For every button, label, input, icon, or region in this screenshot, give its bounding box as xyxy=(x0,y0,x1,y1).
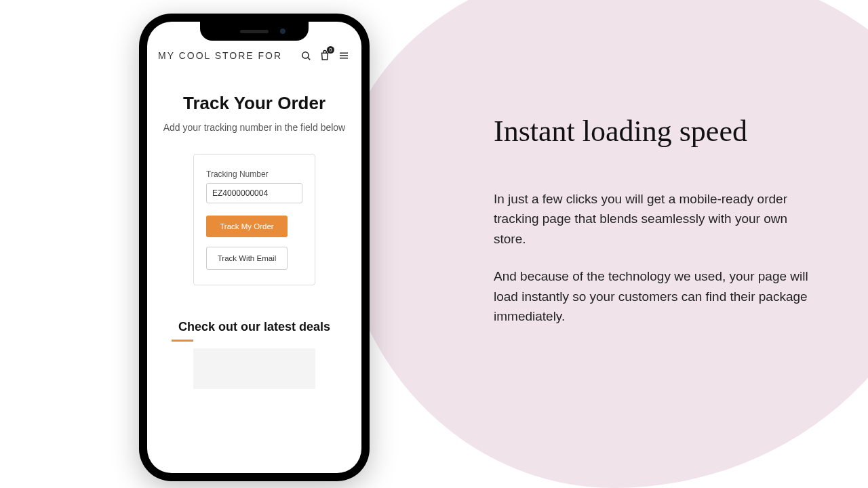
tracking-number-input[interactable] xyxy=(206,183,302,203)
svg-line-1 xyxy=(307,57,309,59)
store-name: MY COOL STORE FOR xyxy=(158,50,294,61)
cart-badge: 0 xyxy=(327,46,334,54)
track-title: Track Your Order xyxy=(161,94,348,114)
track-subtitle: Add your tracking number in the field be… xyxy=(161,121,348,135)
body-paragraph-1: In just a few clicks you will get a mobi… xyxy=(494,189,812,249)
marketing-copy: Instant loading speed In just a few clic… xyxy=(494,114,833,327)
phone-mockup: MY COOL STORE FOR 0 Track Your Order Add… xyxy=(139,14,370,481)
track-with-email-button[interactable]: Track With Email xyxy=(206,247,288,270)
tracking-card: Tracking Number Track My Order Track Wit… xyxy=(193,154,315,285)
deals-section: Check out our latest deals xyxy=(147,319,361,390)
deals-underline xyxy=(172,340,193,342)
track-my-order-button[interactable]: Track My Order xyxy=(206,216,288,237)
body-paragraph-2: And because of the technology we used, y… xyxy=(494,266,812,326)
deals-title: Check out our latest deals xyxy=(167,319,341,335)
menu-icon[interactable] xyxy=(337,49,351,62)
track-order-section: Track Your Order Add your tracking numbe… xyxy=(147,66,361,285)
phone-screen: MY COOL STORE FOR 0 Track Your Order Add… xyxy=(147,22,361,473)
phone-notch xyxy=(200,22,309,41)
headline: Instant loading speed xyxy=(494,114,833,148)
search-icon[interactable] xyxy=(299,49,313,62)
tracking-number-label: Tracking Number xyxy=(206,169,302,179)
body-text: In just a few clicks you will get a mobi… xyxy=(494,189,812,327)
cart-icon[interactable]: 0 xyxy=(318,49,332,62)
deal-card-placeholder xyxy=(193,348,315,389)
svg-point-0 xyxy=(302,52,308,58)
